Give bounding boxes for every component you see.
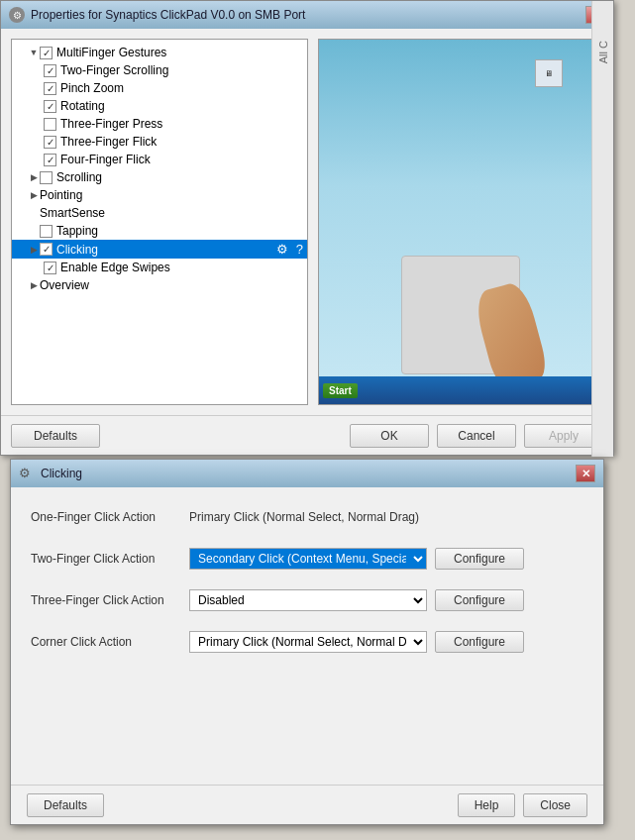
checkbox-three-finger-flick[interactable]: [44, 136, 56, 149]
corner-click-configure-button[interactable]: Configure: [435, 631, 524, 653]
expander-overview: ▶: [28, 279, 40, 291]
preview-taskbar: Start: [319, 376, 602, 404]
help-icon[interactable]: ?: [296, 242, 303, 257]
cancel-button[interactable]: Cancel: [437, 424, 516, 448]
preview-start-button: Start: [323, 383, 358, 398]
label-rotating: Rotating: [60, 99, 105, 113]
tree-item-rotating[interactable]: Rotating: [12, 97, 307, 115]
tree-item-three-finger-flick[interactable]: Three-Finger Flick: [12, 133, 307, 151]
checkbox-four-finger-flick[interactable]: [44, 154, 56, 166]
main-window-title: Properties for Synaptics ClickPad V0.0 o…: [31, 8, 305, 22]
label-overview: Overview: [40, 278, 89, 292]
one-finger-label: One-Finger Click Action: [31, 510, 189, 524]
expander-clicking: ▶: [28, 244, 40, 256]
two-finger-configure-button[interactable]: Configure: [435, 548, 524, 570]
defaults-button[interactable]: Defaults: [11, 424, 100, 448]
dialog-title-icon: ⚙: [19, 466, 35, 481]
two-finger-select[interactable]: Secondary Click (Context Menu, Special D…: [189, 548, 427, 570]
two-finger-row: Two-Finger Click Action Secondary Click …: [31, 545, 583, 573]
label-multifinger: MultiFinger Gestures: [56, 46, 166, 59]
checkbox-rotating[interactable]: [44, 100, 56, 113]
checkbox-tapping[interactable]: [40, 225, 53, 238]
tree-item-scrolling[interactable]: ▶ Scrolling: [12, 168, 307, 186]
dialog-defaults-button[interactable]: Defaults: [27, 793, 104, 817]
checkbox-pinch-zoom[interactable]: [44, 82, 56, 95]
checkbox-three-finger-press[interactable]: [44, 118, 56, 131]
corner-click-label: Corner Click Action: [31, 635, 189, 649]
dialog-body: One-Finger Click Action Primary Click (N…: [11, 487, 603, 685]
main-window-icon: ⚙: [9, 7, 25, 23]
one-finger-value: Primary Click (Normal Select, Normal Dra…: [189, 510, 419, 524]
tree-item-multifinger[interactable]: ▼ MultiFinger Gestures: [12, 44, 307, 61]
checkbox-multifinger[interactable]: [40, 47, 53, 59]
three-finger-row: Three-Finger Click Action Disabled Prima…: [31, 586, 583, 614]
label-three-finger-press: Three-Finger Press: [60, 117, 162, 131]
three-finger-select[interactable]: Disabled Primary Click (Normal Select, N…: [189, 589, 427, 611]
dialog-help-button[interactable]: Help: [458, 793, 516, 817]
tree-item-clicking[interactable]: ▶ Clicking ⚙ ?: [12, 240, 307, 259]
tree-item-pinch-zoom[interactable]: Pinch Zoom: [12, 79, 307, 97]
expander-scrolling: ▶: [28, 171, 40, 183]
expander-multifinger: ▼: [28, 47, 40, 58]
right-panel-text: All C: [597, 41, 609, 63]
dialog-close-btn[interactable]: Close: [523, 793, 587, 817]
tree-item-two-finger-scrolling[interactable]: Two-Finger Scrolling: [12, 61, 307, 79]
label-enable-edge-swipes: Enable Edge Swipes: [60, 261, 170, 274]
tree-item-three-finger-press[interactable]: Three-Finger Press: [12, 115, 307, 133]
checkbox-two-finger-scrolling[interactable]: [44, 64, 56, 77]
label-pinch-zoom: Pinch Zoom: [60, 81, 124, 95]
expander-pointing: ▶: [28, 189, 40, 201]
label-clicking: Clicking: [56, 243, 98, 257]
label-four-finger-flick: Four-Finger Flick: [60, 153, 151, 166]
corner-click-select[interactable]: Primary Click (Normal Select, Normal Dra…: [189, 631, 427, 653]
corner-click-row: Corner Click Action Primary Click (Norma…: [31, 628, 583, 656]
checkbox-scrolling[interactable]: [40, 171, 53, 184]
tree-item-tapping[interactable]: ▶ Tapping: [12, 222, 307, 240]
one-finger-row: One-Finger Click Action Primary Click (N…: [31, 503, 583, 531]
checkbox-enable-edge-swipes[interactable]: [44, 262, 56, 274]
label-two-finger-scrolling: Two-Finger Scrolling: [60, 63, 168, 77]
tree-panel: ▼ MultiFinger Gestures Two-Finger Scroll…: [11, 39, 308, 405]
clicking-dialog: ⚙ Clicking ✕ One-Finger Click Action Pri…: [10, 459, 604, 825]
main-title-bar: ⚙ Properties for Synaptics ClickPad V0.0…: [1, 1, 613, 29]
tree-item-smartsense[interactable]: ▶ SmartSense: [12, 204, 307, 222]
label-pointing: Pointing: [40, 188, 82, 202]
checkbox-clicking[interactable]: [40, 243, 53, 256]
label-scrolling: Scrolling: [56, 170, 102, 184]
main-window: ⚙ Properties for Synaptics ClickPad V0.0…: [0, 0, 614, 456]
gear-icon[interactable]: ⚙: [276, 242, 288, 257]
dialog-title-bar: ⚙ Clicking ✕: [11, 460, 603, 487]
right-panel: All C: [591, 1, 613, 457]
label-three-finger-flick: Three-Finger Flick: [60, 135, 157, 149]
three-finger-label: Three-Finger Click Action: [31, 593, 189, 607]
tree-item-overview[interactable]: ▶ Overview: [12, 276, 307, 294]
main-window-body: ▼ MultiFinger Gestures Two-Finger Scroll…: [1, 29, 613, 415]
label-smartsense: SmartSense: [40, 206, 105, 220]
dialog-close-button[interactable]: ✕: [576, 465, 595, 482]
main-buttons-row: Defaults OK Cancel Apply: [1, 415, 613, 455]
preview-desktop: 🖥 Start: [319, 40, 602, 404]
dialog-footer: Defaults Help Close: [11, 785, 603, 824]
three-finger-configure-button[interactable]: Configure: [435, 589, 524, 611]
tree-item-enable-edge-swipes[interactable]: Enable Edge Swipes: [12, 259, 307, 276]
label-tapping: Tapping: [56, 224, 98, 238]
two-finger-label: Two-Finger Click Action: [31, 552, 189, 566]
dialog-title-text: Clicking: [41, 467, 82, 480]
tree-item-four-finger-flick[interactable]: Four-Finger Flick: [12, 151, 307, 168]
tree-item-pointing[interactable]: ▶ Pointing: [12, 186, 307, 204]
preview-panel: 🖥 Start: [318, 39, 603, 405]
preview-desktop-icon: 🖥: [535, 59, 563, 87]
ok-button[interactable]: OK: [350, 424, 429, 448]
